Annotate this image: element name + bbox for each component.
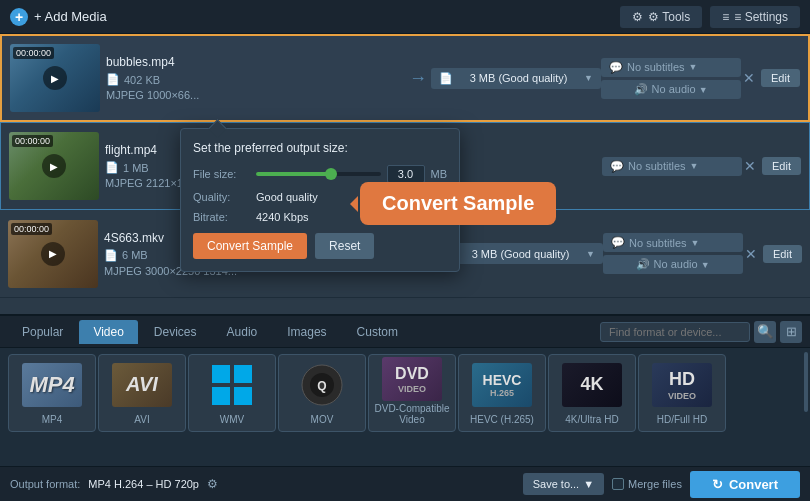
media-row: 00:00:00 ▶ bubbles.mp4 📄 402 KB MJPEG 10… (0, 34, 810, 122)
mp4-icon: MP4 (9, 355, 95, 414)
tab-audio[interactable]: Audio (213, 320, 272, 344)
audio-button[interactable]: 🔊 No audio ▼ (601, 80, 741, 99)
edit-button[interactable]: Edit (763, 245, 802, 263)
quality-label: Quality: (193, 191, 248, 203)
format-settings-button[interactable]: ⚙ (207, 477, 218, 491)
preset-label: MP4 (42, 414, 63, 425)
play-icon[interactable]: ▶ (41, 242, 65, 266)
subtitles-button[interactable]: 💬 No subtitles ▼ (603, 233, 743, 252)
tab-images[interactable]: Images (273, 320, 340, 344)
popup-title: Set the preferred output size: (193, 141, 447, 155)
popup-buttons: Convert Sample Reset (193, 233, 447, 259)
scrollbar[interactable] (804, 352, 808, 412)
output-section: 📄 3 MB (Good quality) ▼ (431, 68, 601, 89)
chevron-down-icon: ▼ (690, 161, 699, 171)
preset-hd[interactable]: HD VIDEO HD/Full HD (638, 354, 726, 432)
plus-icon: + (10, 8, 28, 26)
tab-devices[interactable]: Devices (140, 320, 211, 344)
play-icon[interactable]: ▶ (42, 154, 66, 178)
file-icon: 📄 (105, 161, 119, 174)
tab-popular[interactable]: Popular (8, 320, 77, 344)
subtitle-icon: 💬 (609, 61, 623, 74)
subtitle-icon: 💬 (611, 236, 625, 249)
slider-track (256, 172, 381, 176)
preset-mov[interactable]: Q MOV (278, 354, 366, 432)
remove-button[interactable]: ✕ (742, 156, 758, 176)
media-info: bubbles.mp4 📄 402 KB MJPEG 1000×66... (100, 55, 405, 101)
file-size-label: File size: (193, 168, 248, 180)
chevron-down-icon: ▼ (583, 478, 594, 490)
tab-custom[interactable]: Custom (343, 320, 412, 344)
format-search-input[interactable] (600, 322, 750, 342)
edit-button[interactable]: Edit (762, 157, 801, 175)
reset-button[interactable]: Reset (315, 233, 374, 259)
thumbnail: 00:00:00 ▶ (8, 220, 98, 288)
chevron-down-icon: ▼ (699, 85, 708, 95)
play-icon[interactable]: ▶ (43, 66, 67, 90)
chevron-down-icon: ▼ (584, 73, 593, 83)
tools-button[interactable]: ⚙ ⚙ Tools (620, 6, 702, 28)
convert-button[interactable]: ↻ Convert (690, 471, 800, 498)
preset-wmv[interactable]: WMV (188, 354, 276, 432)
output-quality-button[interactable]: 📄 3 MB (Good quality) ▼ (431, 68, 601, 89)
svg-rect-1 (234, 365, 252, 383)
media-area: 00:00:00 ▶ bubbles.mp4 📄 402 KB MJPEG 10… (0, 34, 810, 314)
browse-button[interactable]: ⊞ (780, 321, 802, 343)
format-tabs: Popular Video Devices Audio Images Custo… (0, 316, 810, 348)
preset-hevc[interactable]: HEVC H.265 HEVC (H.265) (458, 354, 546, 432)
preset-dvd[interactable]: DVD VIDEO DVD-Compatible Video (368, 354, 456, 432)
preset-mp4[interactable]: MP4 MP4 (8, 354, 96, 432)
bitrate-value: 4240 Kbps (256, 211, 309, 223)
merge-files-checkbox[interactable]: Merge files (612, 478, 682, 490)
audio-button[interactable]: 🔊 No audio ▼ (603, 255, 743, 274)
size-input[interactable] (387, 165, 425, 183)
row-actions: ✕ Edit (741, 68, 800, 88)
file-size-row: File size: MB (193, 165, 447, 183)
filename-label: bubbles.mp4 (106, 55, 399, 69)
svg-rect-0 (212, 365, 230, 383)
remove-button[interactable]: ✕ (743, 244, 759, 264)
quality-value: Good quality (256, 191, 318, 203)
format-search: 🔍 ⊞ (600, 321, 802, 343)
add-media-button[interactable]: + + Add Media (10, 8, 107, 26)
hevc-icon: HEVC H.265 (459, 355, 545, 414)
mb-label: MB (431, 168, 448, 180)
arrow: → (405, 68, 431, 89)
save-to-label: Save to... (533, 478, 579, 490)
tab-video[interactable]: Video (79, 320, 137, 344)
subtitle-icon: 💬 (610, 160, 624, 173)
subtitles-button[interactable]: 💬 No subtitles ▼ (601, 58, 741, 77)
preset-avi[interactable]: AVI AVI (98, 354, 186, 432)
preset-label: AVI (134, 414, 149, 425)
4k-icon: 4K (549, 355, 635, 414)
timer-label: 00:00:00 (11, 223, 52, 235)
bottom-bar: Output format: MP4 H.264 – HD 720p ⚙ Sav… (0, 466, 810, 501)
row-actions: ✕ Edit (742, 156, 801, 176)
preset-label: HEVC (H.265) (470, 414, 534, 425)
remove-button[interactable]: ✕ (741, 68, 757, 88)
bitrate-label: Bitrate: (193, 211, 248, 223)
edit-button[interactable]: Edit (761, 69, 800, 87)
search-button[interactable]: 🔍 (754, 321, 776, 343)
slider-fill (256, 172, 331, 176)
svg-text:Q: Q (317, 379, 326, 393)
tools-icon: ⚙ (632, 10, 643, 24)
save-to-button[interactable]: Save to... ▼ (523, 473, 604, 495)
dvd-icon: DVD VIDEO (369, 355, 455, 403)
output-format-label: Output format: (10, 478, 80, 490)
timer-label: 00:00:00 (13, 47, 54, 59)
settings-button[interactable]: ≡ ≡ Settings (710, 6, 800, 28)
merge-label: Merge files (628, 478, 682, 490)
checkbox-icon (612, 478, 624, 490)
subtitle-section: 💬 No subtitles ▼ 🔊 No audio ▼ (601, 58, 741, 99)
convert-sample-popup-button[interactable]: Convert Sample (193, 233, 307, 259)
size-slider[interactable]: MB (256, 165, 447, 183)
preset-label: WMV (220, 414, 244, 425)
convert-icon: ↻ (712, 477, 723, 492)
subtitles-button[interactable]: 💬 No subtitles ▼ (602, 157, 742, 176)
hd-icon: HD VIDEO (639, 355, 725, 414)
preset-4k[interactable]: 4K 4K/Ultra HD (548, 354, 636, 432)
format-presets: MP4 MP4 AVI AVI WMV (0, 348, 810, 436)
subtitle-section: 💬 No subtitles ▼ 🔊 No audio ▼ (603, 233, 743, 274)
convert-sample-tooltip: Convert Sample (360, 182, 556, 225)
